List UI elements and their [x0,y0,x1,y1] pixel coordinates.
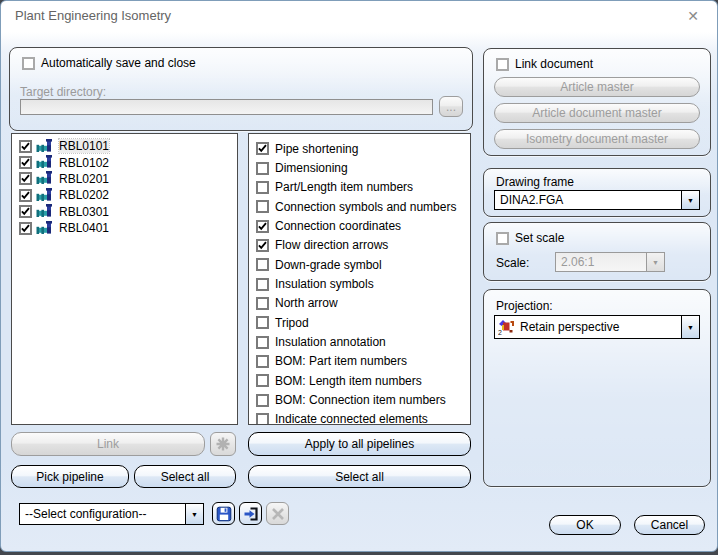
option-checkbox[interactable] [256,413,269,425]
projection-label: Projection: [496,299,553,313]
pipeline-row[interactable]: RBL0401 [12,220,237,236]
article-master-button[interactable]: Article master [494,77,700,97]
option-label: Insulation symbols [275,277,374,291]
option-checkbox[interactable] [256,162,269,175]
chevron-down-icon[interactable]: ▼ [185,504,203,524]
checkmark-icon [20,190,31,201]
scale-combobox[interactable]: 2.06:1 ▼ [555,252,665,272]
option-checkbox[interactable] [256,220,269,233]
option-row[interactable]: Tripod [249,313,470,332]
set-scale-label: Set scale [515,231,564,245]
auto-save-checkbox[interactable] [22,57,35,70]
checkmark-icon [20,223,31,234]
option-row[interactable]: BOM: Connection item numbers [249,390,470,409]
option-checkbox[interactable] [256,142,269,155]
checkmark-icon [20,157,31,168]
drawing-frame-label: Drawing frame [496,175,574,189]
option-label: BOM: Connection item numbers [275,393,446,407]
unlink-icon-button[interactable] [210,432,236,456]
link-document-checkbox[interactable] [496,58,509,71]
load-configuration-button[interactable] [239,502,262,525]
link-button[interactable]: Link [11,432,205,456]
option-row[interactable]: Down-grade symbol [249,255,470,274]
pipeline-checkbox[interactable] [19,172,32,185]
option-row[interactable]: North arrow [249,294,470,313]
option-label: Connection coordinates [275,219,401,233]
chevron-down-icon[interactable]: ▼ [646,253,664,271]
option-row[interactable]: Insulation annotation [249,332,470,351]
drawing-frame-value: DINA2.FGA [495,193,681,207]
x-icon [270,506,286,522]
set-scale-checkbox[interactable] [496,232,509,245]
configuration-value: --Select configuration-- [20,507,185,521]
select-all-pipelines-button[interactable]: Select all [134,465,236,488]
close-icon[interactable]: ✕ [687,8,699,24]
target-directory-input[interactable] [20,99,433,115]
svg-text:2: 2 [498,329,502,336]
pipeline-checkbox[interactable] [19,140,32,153]
pipeline-checkbox[interactable] [19,189,32,202]
article-document-master-button[interactable]: Article document master [494,103,700,123]
target-directory-label: Target directory: [20,85,106,99]
option-checkbox[interactable] [256,394,269,407]
pipeline-icon [36,139,53,154]
option-row[interactable]: Indicate connected elements [249,410,470,425]
configuration-combobox[interactable]: --Select configuration-- ▼ [19,503,204,525]
cancel-button[interactable]: Cancel [634,515,705,535]
auto-save-label: Automatically save and close [41,56,196,70]
pipeline-label: RBL0201 [59,172,109,186]
option-row[interactable]: Pipe shortening [249,139,470,158]
save-configuration-button[interactable] [212,502,235,525]
checkmark-icon [257,240,268,251]
option-checkbox[interactable] [256,278,269,291]
pipeline-checkbox[interactable] [19,222,32,235]
pipeline-label: RBL0401 [59,221,109,235]
drawing-frame-group: Drawing frame DINA2.FGA ▼ [483,168,711,217]
option-row[interactable]: BOM: Length item numbers [249,371,470,390]
pipeline-row[interactable]: RBL0301 [12,204,237,220]
option-checkbox[interactable] [256,181,269,194]
projection-combobox[interactable]: 2 Retain perspective ▼ [494,315,700,339]
option-checkbox[interactable] [256,316,269,329]
option-checkbox[interactable] [256,200,269,213]
pipeline-icon [36,155,53,170]
option-list[interactable]: Pipe shorteningDimensioningPart/Length i… [248,133,471,425]
option-checkbox[interactable] [256,374,269,387]
option-row[interactable]: BOM: Part item numbers [249,352,470,371]
pick-pipeline-button[interactable]: Pick pipeline [11,465,129,488]
drawing-frame-combobox[interactable]: DINA2.FGA ▼ [494,190,700,210]
option-row[interactable]: Insulation symbols [249,274,470,293]
option-checkbox[interactable] [256,258,269,271]
option-label: Indicate connected elements [275,412,428,425]
option-label: Insulation annotation [275,335,386,349]
option-label: Dimensioning [275,161,348,175]
pipeline-label: RBL0202 [59,188,109,202]
isometry-document-master-button[interactable]: Isometry document master [494,129,700,149]
pipeline-row[interactable]: RBL0202 [12,187,237,203]
option-row[interactable]: Connection symbols and numbers [249,197,470,216]
pipeline-list[interactable]: RBL0101RBL0102RBL0201RBL0202RBL0301RBL04… [11,133,238,425]
select-all-options-button[interactable]: Select all [248,465,471,488]
chevron-down-icon[interactable]: ▼ [681,191,699,209]
option-row[interactable]: Part/Length item numbers [249,178,470,197]
pipeline-checkbox[interactable] [19,156,32,169]
option-row[interactable]: Connection coordinates [249,216,470,235]
chevron-down-icon[interactable]: ▼ [681,316,699,338]
ok-button[interactable]: OK [549,515,621,535]
import-arrow-icon [243,506,259,522]
option-checkbox[interactable] [256,336,269,349]
pipeline-row[interactable]: RBL0101 [12,138,237,154]
pipeline-checkbox[interactable] [19,205,32,218]
pipeline-row[interactable]: RBL0201 [12,171,237,187]
option-checkbox[interactable] [256,239,269,252]
delete-configuration-button[interactable] [266,502,289,525]
option-row[interactable]: Flow direction arrows [249,236,470,255]
option-checkbox[interactable] [256,297,269,310]
apply-to-all-pipelines-button[interactable]: Apply to all pipelines [248,432,471,456]
projection-value: Retain perspective [515,320,681,334]
pipeline-row[interactable]: RBL0102 [12,154,237,170]
option-row[interactable]: Dimensioning [249,158,470,177]
option-checkbox[interactable] [256,355,269,368]
browse-button[interactable]: ... [439,96,463,117]
dialog-title: Plant Engineering Isometry [15,1,171,31]
